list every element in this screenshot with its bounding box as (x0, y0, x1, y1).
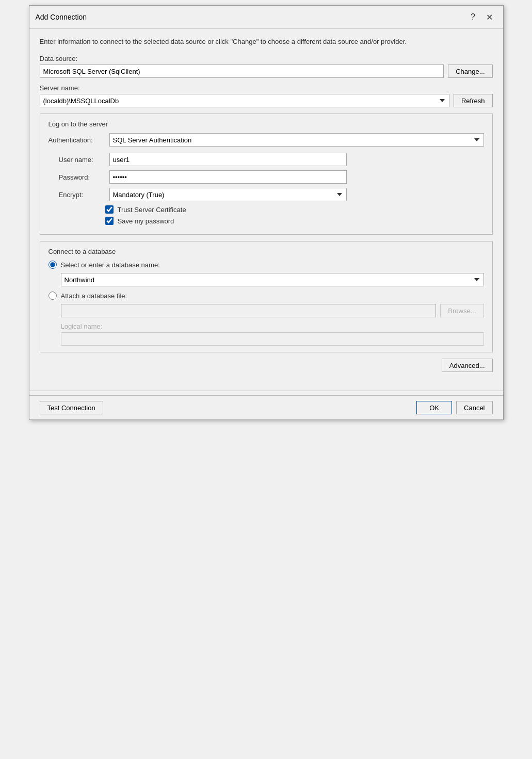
test-connection-button[interactable]: Test Connection (40, 401, 103, 414)
username-input[interactable] (109, 153, 347, 166)
bottom-divider (29, 391, 503, 391)
auth-combo[interactable]: SQL Server Authentication (109, 133, 484, 147)
encrypt-combo[interactable]: Mandatory (True) (109, 188, 347, 201)
select-db-radio[interactable] (49, 261, 57, 269)
close-button[interactable]: ✕ (482, 10, 497, 24)
password-input[interactable] (109, 170, 347, 184)
attach-db-radio[interactable] (49, 292, 57, 300)
help-button[interactable]: ? (466, 10, 480, 24)
add-connection-dialog: Add Connection ? ✕ Enter information to … (29, 5, 504, 420)
select-db-radio-option: Select or enter a database name: (49, 261, 484, 269)
logical-name-input[interactable] (61, 332, 484, 346)
bottom-right-buttons: OK Cancel (416, 401, 492, 414)
attach-db-radio-option: Attach a database file: (49, 292, 484, 300)
title-bar: Add Connection ? ✕ (29, 6, 503, 29)
title-bar-left: Add Connection (36, 13, 87, 21)
logical-name-label: Logical name: (61, 322, 484, 330)
username-row: User name: (49, 153, 484, 166)
attach-db-label: Attach a database file: (61, 292, 127, 300)
server-name-combo[interactable]: (localdb)\MSSQLLocalDb (40, 94, 449, 107)
logon-section: Log on to the server Authentication: SQL… (40, 114, 493, 235)
title-bar-right: ? ✕ (466, 10, 497, 24)
connect-db-title: Connect to a database (49, 248, 484, 255)
logon-section-title: Log on to the server (49, 120, 484, 128)
refresh-button[interactable]: Refresh (454, 94, 493, 107)
description-text: Enter information to connect to the sele… (40, 37, 493, 46)
bottom-bar: Test Connection OK Cancel (29, 395, 503, 419)
select-db-label: Select or enter a database name: (61, 261, 160, 269)
dialog-body: Enter information to connect to the sele… (29, 29, 503, 386)
password-row: Password: (49, 170, 484, 184)
attach-file-input[interactable] (61, 304, 437, 317)
ok-button[interactable]: OK (416, 401, 452, 414)
cancel-button[interactable]: Cancel (456, 401, 492, 414)
encrypt-label: Encrypt: (59, 191, 105, 199)
browse-button: Browse... (440, 304, 483, 317)
database-combo[interactable]: Northwind (61, 273, 484, 286)
server-name-row: (localdb)\MSSQLLocalDb Refresh (40, 94, 493, 107)
encrypt-row: Encrypt: Mandatory (True) (49, 188, 484, 201)
auth-label: Authentication: (49, 136, 105, 144)
change-button[interactable]: Change... (448, 64, 492, 78)
advanced-button[interactable]: Advanced... (442, 359, 493, 372)
dialog-title: Add Connection (36, 13, 87, 21)
data-source-label: Data source: (40, 55, 493, 62)
server-name-label: Server name: (40, 84, 493, 92)
save-password-checkbox[interactable] (105, 217, 114, 225)
save-password-label: Save my password (118, 217, 174, 225)
auth-row: Authentication: SQL Server Authenticatio… (49, 133, 484, 147)
data-source-row: Change... (40, 64, 493, 78)
connect-db-section: Connect to a database Select or enter a … (40, 241, 493, 352)
attach-file-row: Browse... (61, 304, 484, 317)
server-combo-wrapper: (localdb)\MSSQLLocalDb (40, 94, 449, 107)
password-label: Password: (59, 173, 105, 181)
trust-cert-row: Trust Server Certificate (49, 205, 484, 214)
username-label: User name: (59, 156, 105, 164)
trust-cert-label: Trust Server Certificate (118, 206, 186, 214)
advanced-row: Advanced... (40, 359, 493, 372)
trust-cert-checkbox[interactable] (105, 205, 114, 214)
data-source-input[interactable] (40, 64, 444, 78)
save-password-row: Save my password (49, 217, 484, 225)
data-source-group: Data source: Change... (40, 55, 493, 78)
server-name-group: Server name: (localdb)\MSSQLLocalDb Refr… (40, 84, 493, 107)
